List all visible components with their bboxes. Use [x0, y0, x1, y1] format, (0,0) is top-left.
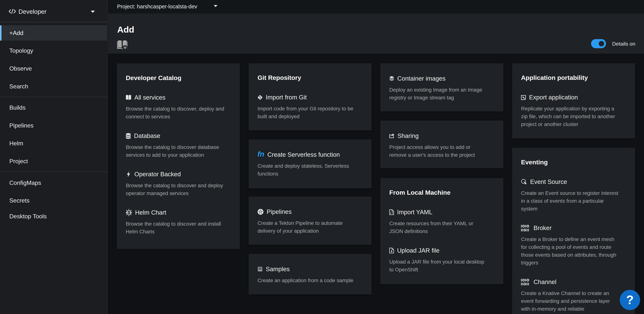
- svg-text:HELM: HELM: [126, 212, 131, 214]
